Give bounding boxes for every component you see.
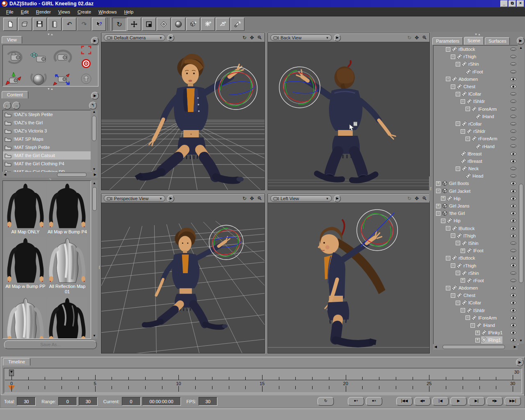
visibility-on-icon[interactable] xyxy=(510,293,516,298)
material-thumbnail[interactable]: >All Map w Bump P4 xyxy=(46,183,88,235)
visibility-off-icon[interactable] xyxy=(510,278,516,283)
tree-expander[interactable]: - xyxy=(461,308,465,313)
pan-icon[interactable]: ✥ xyxy=(415,35,419,41)
step-forward-button[interactable]: ▶| xyxy=(468,397,485,406)
tree-expander[interactable]: - xyxy=(456,121,460,126)
tree-expander[interactable]: - xyxy=(456,271,460,275)
content-panel-menu-button[interactable]: ▶ xyxy=(91,92,99,100)
scene-tree-item[interactable]: -lShldr xyxy=(434,98,518,105)
scene-tree-item[interactable]: -lButtock xyxy=(434,225,518,232)
save-file-button[interactable] xyxy=(33,18,47,31)
visibility-on-icon[interactable] xyxy=(510,301,516,306)
translate-tool-button[interactable] xyxy=(127,18,141,31)
menu-item-file[interactable]: File xyxy=(2,9,17,15)
viewport-menu-button[interactable]: ▶ xyxy=(334,195,341,202)
visibility-off-icon[interactable] xyxy=(510,107,516,112)
scene-tree-item[interactable]: -rCollar xyxy=(434,120,518,128)
scene-tree-item[interactable]: -lShin xyxy=(434,240,518,247)
zoom-icon[interactable]: 🔍︎ xyxy=(422,35,427,41)
sphere-shading-button[interactable] xyxy=(171,18,185,31)
folder-item[interactable]: !MAT the Girl Catsuit xyxy=(3,151,91,160)
tree-expander[interactable]: - xyxy=(451,233,455,238)
visibility-on-icon[interactable] xyxy=(510,152,516,157)
folder-list-vscrollbar[interactable]: ▲▼ xyxy=(91,110,98,171)
view-content-splitter[interactable]: ▼▲ xyxy=(1,87,100,90)
material-thumbnail[interactable]: All Specular Bright xyxy=(46,297,88,339)
tree-expander[interactable]: - xyxy=(461,99,465,104)
zoom-icon[interactable]: 🔍︎ xyxy=(422,196,427,201)
scene-tree-item[interactable]: -rButtock xyxy=(434,46,518,53)
tree-expander[interactable]: - xyxy=(456,241,460,245)
undo-button[interactable]: ↶ xyxy=(62,18,76,31)
tree-expander[interactable]: - xyxy=(466,137,470,141)
scene-tree-hscrollbar[interactable]: ◀▶ xyxy=(433,344,518,350)
tree-expander[interactable]: - xyxy=(446,256,450,260)
scene-tree-item[interactable]: -Chest xyxy=(434,292,518,299)
help-select-button[interactable]: ? xyxy=(92,18,106,31)
visibility-off-icon[interactable] xyxy=(510,241,516,246)
scene-tree-item[interactable]: -Girl Jacket xyxy=(434,187,518,195)
delete-keyframe-button[interactable]: ●× xyxy=(366,397,382,406)
orbit-camera-icon[interactable] xyxy=(3,48,26,67)
scene-tree-item[interactable]: -rThigh xyxy=(434,262,518,269)
visibility-on-icon[interactable] xyxy=(510,226,516,231)
folder-item[interactable]: !MAT Steph Petite xyxy=(3,143,91,151)
material-thumbnail[interactable]: All Reflection Map 02 xyxy=(5,297,46,339)
pan-icon[interactable]: ✥ xyxy=(250,35,254,41)
content-panel-tab[interactable]: Content xyxy=(2,91,28,98)
range-start-input[interactable] xyxy=(58,397,77,406)
visibility-on-icon[interactable] xyxy=(510,219,516,224)
tree-expander[interactable]: - xyxy=(441,219,445,223)
visibility-off-icon[interactable] xyxy=(510,70,516,75)
open-file-button[interactable] xyxy=(18,18,32,31)
next-key-button[interactable]: ●▶ xyxy=(486,397,503,406)
rotate-tool-button[interactable]: ↻ xyxy=(112,18,126,31)
scene-tree-vscrollbar[interactable]: ▲▼ xyxy=(518,45,524,344)
right-vertical-splitter[interactable]: ſ xyxy=(429,176,432,201)
move-camera-icon[interactable] xyxy=(3,70,26,89)
menu-item-create[interactable]: Create xyxy=(74,9,95,15)
scene-tree-item[interactable]: -Chest xyxy=(434,83,518,90)
scene-tree-item[interactable]: +Girl Boots xyxy=(434,180,518,187)
scene-tree-item[interactable]: -lCollar xyxy=(434,90,518,98)
scene-tree-item[interactable]: -rShin xyxy=(434,269,518,277)
timeline-range-band[interactable]: 30 xyxy=(5,369,521,380)
view-panel-tab[interactable]: View xyxy=(2,36,22,43)
scene-tree-item[interactable]: -rForeArm xyxy=(434,135,518,142)
visibility-off-icon[interactable] xyxy=(510,47,516,52)
tree-expander[interactable]: + xyxy=(461,278,465,283)
scene-tree-item[interactable]: -rButtock xyxy=(434,254,518,262)
scene-tree-item[interactable]: +lRing1 xyxy=(434,336,518,344)
scene-tree-item[interactable]: -lForeArm xyxy=(434,105,518,113)
tree-expander[interactable]: - xyxy=(456,167,460,171)
right-panel-menu-button[interactable]: ▶ xyxy=(517,37,525,45)
reset-camera-icon[interactable] xyxy=(80,73,92,85)
visibility-on-icon[interactable] xyxy=(510,211,516,216)
rotate-camera-icon[interactable] xyxy=(51,48,74,67)
scene-tree-item[interactable]: Head xyxy=(434,172,518,180)
dolly-camera-icon[interactable] xyxy=(51,70,74,89)
scene-tree-item[interactable]: +rFoot xyxy=(434,277,518,284)
tree-expander[interactable]: - xyxy=(456,92,460,96)
tree-expander[interactable]: - xyxy=(451,84,455,89)
menu-item-render[interactable]: Render xyxy=(32,9,55,15)
view-panel-menu-button[interactable]: ▶ xyxy=(91,37,99,45)
folder-item[interactable]: !MAT the Girl Clothing P4 xyxy=(3,160,91,168)
scene-tree-item[interactable]: rFoot xyxy=(434,68,518,75)
material-thumbnail[interactable]: >All Map w Bump PP xyxy=(5,237,46,289)
timeline-tab[interactable]: Timeline xyxy=(3,358,30,365)
left-vertical-splitter[interactable]: ſ xyxy=(98,180,101,354)
visibility-off-icon[interactable] xyxy=(510,62,516,67)
scene-tree-item[interactable]: +lPinky1 xyxy=(434,329,518,336)
scene-tree-item[interactable]: rHand xyxy=(434,142,518,150)
folder-item[interactable]: !DAZ's Victoria 3 xyxy=(3,127,91,135)
up-folder-button[interactable]: ↰ xyxy=(89,102,97,110)
save-as-button[interactable]: Save As... xyxy=(4,340,97,349)
viewport-canvas[interactable] xyxy=(101,42,265,190)
camera-selector-dropdown[interactable]: Left View▼ xyxy=(270,195,332,202)
close-button[interactable]: × xyxy=(517,0,524,7)
scene-tree-item[interactable]: +lFoot xyxy=(434,247,518,254)
visibility-off-icon[interactable] xyxy=(510,92,516,97)
pan-camera-icon[interactable] xyxy=(27,48,50,67)
menu-item-views[interactable]: Views xyxy=(55,9,74,15)
